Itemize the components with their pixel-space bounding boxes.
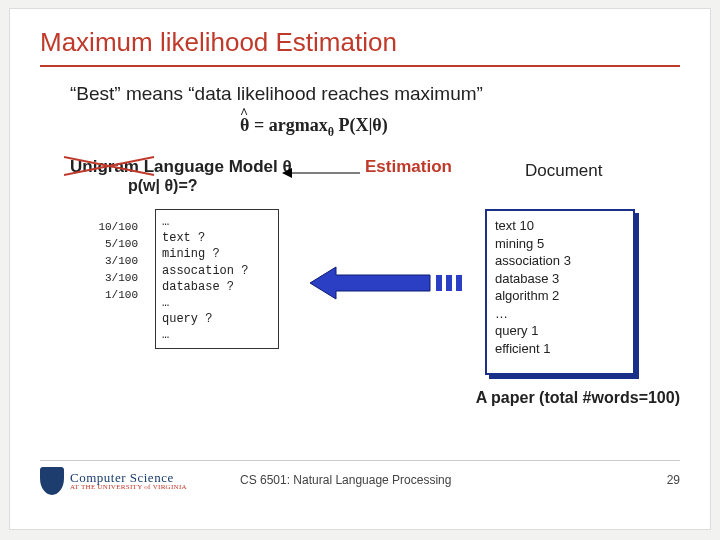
count-row: 1/100	[82, 287, 138, 304]
page-number: 29	[667, 473, 680, 487]
model-line: …	[162, 214, 272, 230]
estimation-label: Estimation	[365, 157, 452, 177]
doc-line: database 3	[495, 270, 625, 288]
slide: Maximum likelihood Estimation “Best” mea…	[9, 8, 711, 530]
document-box: text 10 mining 5 association 3 database …	[485, 209, 635, 375]
doc-line: text 10	[495, 217, 625, 235]
doc-line: efficient 1	[495, 340, 625, 358]
model-box: … text ? mining ? assocation ? database …	[155, 209, 279, 349]
model-line: mining ?	[162, 246, 272, 262]
count-row: 3/100	[82, 270, 138, 287]
model-line: text ?	[162, 230, 272, 246]
svg-rect-5	[436, 275, 442, 291]
block-arrow-left-icon	[310, 265, 470, 301]
model-line: database ?	[162, 279, 272, 295]
model-counts: 10/100 5/100 3/100 3/100 1/100	[82, 219, 138, 304]
doc-line: algorithm 2	[495, 287, 625, 305]
slide-title: Maximum likelihood Estimation	[40, 27, 397, 58]
doc-line: …	[495, 305, 625, 323]
logo-text-small: AT THE UNIVERSITY of VIRGINIA	[70, 484, 187, 491]
svg-rect-6	[446, 275, 452, 291]
doc-line: association 3	[495, 252, 625, 270]
mle-formula: ^θ = argmaxθ P(X|θ)	[240, 115, 388, 140]
svg-marker-4	[310, 267, 430, 299]
count-row: 5/100	[82, 236, 138, 253]
uva-logo: Computer Science AT THE UNIVERSITY of VI…	[40, 467, 187, 495]
title-rule	[40, 65, 680, 67]
svg-rect-7	[456, 275, 462, 291]
model-line: …	[162, 327, 272, 343]
model-row: Unigram Language Model θ p(w| θ)=? Estim…	[70, 157, 690, 201]
doc-line: mining 5	[495, 235, 625, 253]
caption: A paper (total #words=100)	[476, 389, 680, 407]
page-fold-inner	[621, 361, 633, 373]
model-line: assocation ?	[162, 263, 272, 279]
svg-marker-3	[282, 168, 292, 178]
model-line: …	[162, 295, 272, 311]
count-row: 10/100	[82, 219, 138, 236]
doc-line: query 1	[495, 322, 625, 340]
slide-subtitle: “Best” means “data likelihood reaches ma…	[70, 83, 483, 105]
model-sub: p(w| θ)=?	[128, 177, 198, 195]
count-row: 3/100	[82, 253, 138, 270]
document-label: Document	[525, 161, 602, 181]
shield-icon	[40, 467, 64, 495]
arrow-left-icon	[280, 166, 362, 180]
course-footer: CS 6501: Natural Language Processing	[240, 473, 451, 487]
footer: Computer Science AT THE UNIVERSITY of VI…	[40, 460, 680, 509]
model-line: query ?	[162, 311, 272, 327]
